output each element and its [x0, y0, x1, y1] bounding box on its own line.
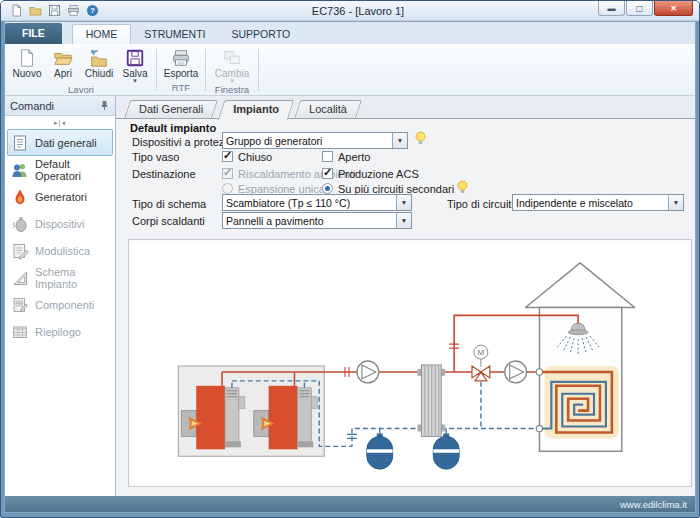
- main-area: Dati Generali Impianto Località Default …: [116, 96, 695, 496]
- cambia-button: Cambia ▼: [209, 46, 255, 84]
- combo-arrow-icon[interactable]: ▼: [668, 195, 683, 210]
- tab-impianto[interactable]: Impianto: [217, 100, 291, 119]
- tab-home[interactable]: HOME: [72, 24, 132, 44]
- tab-file[interactable]: FILE: [5, 23, 62, 44]
- expansion-vessel-2: [433, 433, 459, 469]
- flame-icon: [11, 188, 29, 206]
- sidebar-item-schema-impianto: Schema Impianto: [7, 264, 113, 291]
- combo-arrow-icon[interactable]: ▼: [396, 195, 411, 210]
- website-link[interactable]: www.edilclima.it: [620, 499, 687, 510]
- window-controls: ▬ ▢ ✕: [597, 1, 699, 20]
- section-title: Default impianto: [130, 122, 216, 134]
- minimize-button[interactable]: ▬: [598, 1, 625, 16]
- destinazione-label: Destinazione: [132, 168, 196, 180]
- ribbon-group-finestra: Cambia ▼ Finestra: [209, 46, 255, 95]
- ribbon-group-lavori: Nuovo Apri Chiudi Salva ▼: [9, 46, 153, 95]
- windows-icon: [222, 48, 242, 68]
- pump-primary: [357, 361, 379, 383]
- apri-button[interactable]: Apri: [45, 46, 81, 79]
- printer-icon: [171, 48, 191, 68]
- sidebar-item-default-operatori[interactable]: Default Operatori: [7, 156, 113, 183]
- tipo-vaso-label: Tipo vaso: [132, 151, 179, 163]
- sidebar-item-riepilogo: Riepilogo: [7, 318, 113, 345]
- maximize-button[interactable]: ▢: [626, 1, 653, 16]
- nuovo-button[interactable]: Nuovo: [9, 46, 45, 79]
- pump-secondary: [505, 361, 527, 383]
- chiuso-checkbox[interactable]: Chiuso: [222, 150, 272, 163]
- checkbox-checked-icon[interactable]: [222, 151, 233, 162]
- open-folder-icon: [53, 48, 73, 68]
- impianto-diagram: M: [129, 240, 691, 486]
- tab-supporto[interactable]: SUPPORTO: [219, 25, 304, 44]
- tab-strumenti[interactable]: STRUMENTI: [131, 25, 218, 44]
- checkbox-checked-disabled-icon: [222, 168, 233, 179]
- salva-button[interactable]: Salva ▼: [117, 46, 153, 84]
- impianto-panel: Default impianto Dispositivi a protezion…: [116, 119, 695, 496]
- sidebar-collapse-handle-icon[interactable]: ▸|◂: [5, 116, 115, 129]
- quick-access-toolbar: ?: [1, 4, 119, 17]
- wall-connection-return: [536, 425, 542, 431]
- ribbon-group-rtf: Esporta RTF: [160, 46, 202, 95]
- ribbon-tab-bar: FILE HOME STRUMENTI SUPPORTO: [5, 22, 695, 44]
- ribbon: Nuovo Apri Chiudi Salva ▼: [5, 44, 695, 96]
- devices-icon: [11, 215, 29, 233]
- pin-icon[interactable]: [99, 100, 110, 111]
- help-icon[interactable]: ?: [86, 4, 99, 17]
- tab-localita[interactable]: Località: [293, 100, 359, 119]
- summary-icon: [11, 323, 29, 341]
- checkbox-unchecked-icon[interactable]: [322, 151, 333, 162]
- lightbulb-icon: [414, 131, 427, 146]
- window-frame: FILE HOME STRUMENTI SUPPORTO Nuovo Apri: [4, 21, 696, 513]
- document-tab-strip: Dati Generali Impianto Località: [116, 96, 695, 119]
- wall-connection-supply: [536, 369, 542, 375]
- document-icon: [11, 134, 29, 152]
- sidebar-item-componenti: Componenti: [7, 291, 113, 318]
- radio-selected-icon[interactable]: [322, 183, 333, 194]
- corpi-scaldanti-combobox[interactable]: Pannelli a pavimento▼: [222, 212, 412, 229]
- sidebar-title: Comandi: [10, 100, 99, 112]
- sidebar-item-dispositivi: Dispositivi: [7, 210, 113, 237]
- tipo-circuito-combobox[interactable]: Indipendente e miscelato▼: [512, 194, 684, 211]
- tipo-schema-combobox[interactable]: Scambiatore (Tp ≤ 110 °C)▼: [222, 194, 412, 211]
- sidebar-item-generatori[interactable]: Generatori: [7, 183, 113, 210]
- forms-icon: [11, 242, 29, 260]
- title-bar: ? EC736 - [Lavoro 1] ▬ ▢ ✕: [1, 1, 699, 21]
- comandi-sidebar: Comandi ▸|◂ Dati generali Default Operat…: [5, 96, 116, 496]
- save-icon[interactable]: [48, 4, 61, 17]
- new-document-icon: [17, 48, 37, 68]
- sidebar-item-dati-generali[interactable]: Dati generali: [7, 129, 113, 156]
- impianto-diagram-panel: M: [128, 239, 692, 487]
- new-document-icon[interactable]: [10, 4, 23, 17]
- protezione-combobox[interactable]: Gruppo di generatori▼: [222, 132, 408, 149]
- ribbon-separator: [258, 49, 259, 91]
- heat-exchanger: [417, 365, 445, 436]
- schema-icon: [11, 269, 29, 287]
- svg-text:?: ?: [90, 6, 95, 15]
- radio-disabled-icon: [222, 183, 233, 194]
- chiudi-button[interactable]: Chiudi: [81, 46, 117, 79]
- combo-arrow-icon[interactable]: ▼: [392, 133, 407, 148]
- operators-icon: [11, 161, 29, 179]
- produzione-acs-checkbox[interactable]: Produzione ACS: [322, 167, 419, 180]
- lightbulb-icon: [456, 180, 469, 195]
- ribbon-separator: [156, 49, 157, 91]
- close-button[interactable]: ✕: [654, 1, 693, 16]
- sidebar-header: Comandi: [5, 96, 115, 116]
- status-bar: www.edilclima.it: [5, 496, 695, 512]
- save-icon: [125, 48, 145, 68]
- combo-arrow-icon[interactable]: ▼: [396, 213, 411, 228]
- tab-dati-generali[interactable]: Dati Generali: [123, 100, 215, 119]
- app-window: ? EC736 - [Lavoro 1] ▬ ▢ ✕ FILE HOME STR…: [0, 0, 700, 518]
- aperto-checkbox[interactable]: Aperto: [322, 150, 370, 163]
- checkbox-checked-icon[interactable]: [322, 168, 333, 179]
- print-icon[interactable]: [67, 4, 80, 17]
- corpi-scaldanti-label: Corpi scaldanti: [132, 215, 205, 227]
- components-icon: [11, 296, 29, 314]
- open-folder-icon[interactable]: [29, 4, 42, 17]
- ribbon-group-label-rtf: RTF: [160, 82, 202, 95]
- motor-label: M: [478, 348, 485, 357]
- esporta-button[interactable]: Esporta: [160, 46, 202, 79]
- mixing-valve: M: [472, 345, 490, 381]
- tipo-schema-label: Tipo di schema: [132, 198, 206, 210]
- sidebar-item-modulistica: Modulistica: [7, 237, 113, 264]
